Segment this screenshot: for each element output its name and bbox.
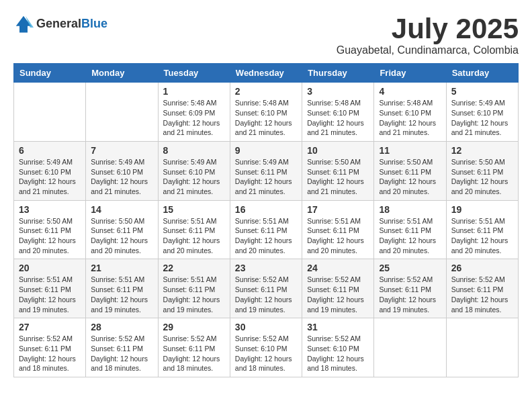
- day-cell: 22Sunrise: 5:51 AM Sunset: 6:11 PM Dayli…: [158, 259, 230, 318]
- day-number: 15: [163, 204, 225, 215]
- day-info: Sunrise: 5:49 AM Sunset: 6:10 PM Dayligh…: [91, 157, 152, 197]
- day-cell: 31Sunrise: 5:52 AM Sunset: 6:10 PM Dayli…: [302, 318, 374, 377]
- day-number: 22: [163, 263, 225, 273]
- weekday-header-friday: Friday: [374, 64, 446, 83]
- day-cell: 30Sunrise: 5:52 AM Sunset: 6:10 PM Dayli…: [230, 318, 302, 377]
- weekday-header-monday: Monday: [86, 64, 158, 83]
- day-info: Sunrise: 5:49 AM Sunset: 6:10 PM Dayligh…: [19, 157, 81, 197]
- day-cell: 11Sunrise: 5:50 AM Sunset: 6:11 PM Dayli…: [374, 141, 446, 200]
- calendar-table: SundayMondayTuesdayWednesdayThursdayFrid…: [13, 63, 519, 377]
- day-info: Sunrise: 5:52 AM Sunset: 6:10 PM Dayligh…: [235, 334, 297, 373]
- day-cell: 5Sunrise: 5:49 AM Sunset: 6:10 PM Daylig…: [446, 83, 518, 142]
- day-info: Sunrise: 5:52 AM Sunset: 6:11 PM Dayligh…: [235, 275, 297, 314]
- weekday-header-sunday: Sunday: [14, 64, 86, 83]
- day-cell: [14, 83, 86, 142]
- day-number: 29: [163, 322, 225, 332]
- day-cell: 3Sunrise: 5:48 AM Sunset: 6:10 PM Daylig…: [302, 83, 374, 142]
- day-number: 28: [91, 322, 152, 332]
- weekday-header-wednesday: Wednesday: [230, 64, 302, 83]
- day-cell: 19Sunrise: 5:51 AM Sunset: 6:11 PM Dayli…: [446, 200, 518, 259]
- location-title: Guayabetal, Cundinamarca, Colombia: [337, 44, 519, 56]
- day-number: 16: [235, 204, 297, 215]
- day-info: Sunrise: 5:51 AM Sunset: 6:11 PM Dayligh…: [19, 275, 81, 314]
- day-cell: 18Sunrise: 5:51 AM Sunset: 6:11 PM Dayli…: [374, 200, 446, 259]
- week-row-1: 1Sunrise: 5:48 AM Sunset: 6:09 PM Daylig…: [14, 83, 519, 142]
- week-row-5: 27Sunrise: 5:52 AM Sunset: 6:11 PM Dayli…: [14, 318, 519, 377]
- day-info: Sunrise: 5:52 AM Sunset: 6:11 PM Dayligh…: [307, 275, 369, 314]
- day-number: 7: [91, 145, 152, 156]
- day-number: 9: [235, 145, 297, 156]
- day-number: 14: [91, 204, 152, 215]
- day-number: 26: [451, 263, 513, 273]
- day-cell: 8Sunrise: 5:49 AM Sunset: 6:10 PM Daylig…: [158, 141, 230, 200]
- day-number: 21: [91, 263, 152, 273]
- day-number: 19: [451, 204, 513, 215]
- day-info: Sunrise: 5:51 AM Sunset: 6:11 PM Dayligh…: [91, 275, 152, 314]
- day-cell: 17Sunrise: 5:51 AM Sunset: 6:11 PM Dayli…: [302, 200, 374, 259]
- day-info: Sunrise: 5:48 AM Sunset: 6:10 PM Dayligh…: [379, 98, 441, 138]
- day-cell: 23Sunrise: 5:52 AM Sunset: 6:11 PM Dayli…: [230, 259, 302, 318]
- day-info: Sunrise: 5:50 AM Sunset: 6:11 PM Dayligh…: [307, 157, 369, 197]
- day-cell: [374, 318, 446, 377]
- day-cell: [446, 318, 518, 377]
- day-cell: 2Sunrise: 5:48 AM Sunset: 6:10 PM Daylig…: [230, 83, 302, 142]
- day-number: 31: [307, 322, 369, 332]
- title-area: July 2025 Guayabetal, Cundinamarca, Colo…: [337, 13, 519, 56]
- day-cell: 25Sunrise: 5:52 AM Sunset: 6:11 PM Dayli…: [374, 259, 446, 318]
- day-number: 20: [19, 263, 81, 273]
- day-cell: 14Sunrise: 5:50 AM Sunset: 6:11 PM Dayli…: [86, 200, 158, 259]
- week-row-4: 20Sunrise: 5:51 AM Sunset: 6:11 PM Dayli…: [14, 259, 519, 318]
- day-info: Sunrise: 5:51 AM Sunset: 6:11 PM Dayligh…: [163, 216, 225, 256]
- day-cell: 4Sunrise: 5:48 AM Sunset: 6:10 PM Daylig…: [374, 83, 446, 142]
- day-cell: 24Sunrise: 5:52 AM Sunset: 6:11 PM Dayli…: [302, 259, 374, 318]
- day-cell: 12Sunrise: 5:50 AM Sunset: 6:11 PM Dayli…: [446, 141, 518, 200]
- day-info: Sunrise: 5:50 AM Sunset: 6:11 PM Dayligh…: [19, 216, 81, 256]
- day-info: Sunrise: 5:49 AM Sunset: 6:10 PM Dayligh…: [163, 157, 225, 197]
- day-cell: 28Sunrise: 5:52 AM Sunset: 6:11 PM Dayli…: [86, 318, 158, 377]
- day-number: 1: [163, 86, 225, 97]
- day-number: 2: [235, 86, 297, 97]
- day-info: Sunrise: 5:51 AM Sunset: 6:11 PM Dayligh…: [163, 275, 225, 314]
- day-number: 6: [19, 145, 81, 156]
- day-info: Sunrise: 5:52 AM Sunset: 6:10 PM Dayligh…: [307, 334, 369, 373]
- day-info: Sunrise: 5:49 AM Sunset: 6:10 PM Dayligh…: [451, 98, 513, 138]
- day-number: 12: [451, 145, 513, 156]
- day-cell: 20Sunrise: 5:51 AM Sunset: 6:11 PM Dayli…: [14, 259, 86, 318]
- day-cell: 1Sunrise: 5:48 AM Sunset: 6:09 PM Daylig…: [158, 83, 230, 142]
- day-info: Sunrise: 5:52 AM Sunset: 6:11 PM Dayligh…: [19, 334, 81, 373]
- day-cell: [86, 83, 158, 142]
- day-cell: 26Sunrise: 5:52 AM Sunset: 6:11 PM Dayli…: [446, 259, 518, 318]
- day-info: Sunrise: 5:52 AM Sunset: 6:11 PM Dayligh…: [91, 334, 152, 373]
- day-cell: 27Sunrise: 5:52 AM Sunset: 6:11 PM Dayli…: [14, 318, 86, 377]
- day-info: Sunrise: 5:50 AM Sunset: 6:11 PM Dayligh…: [451, 157, 513, 197]
- day-info: Sunrise: 5:49 AM Sunset: 6:11 PM Dayligh…: [235, 157, 297, 197]
- day-info: Sunrise: 5:52 AM Sunset: 6:11 PM Dayligh…: [379, 275, 441, 314]
- week-row-2: 6Sunrise: 5:49 AM Sunset: 6:10 PM Daylig…: [14, 141, 519, 200]
- logo-text: GeneralBlue: [36, 17, 107, 31]
- day-cell: 7Sunrise: 5:49 AM Sunset: 6:10 PM Daylig…: [86, 141, 158, 200]
- day-info: Sunrise: 5:50 AM Sunset: 6:11 PM Dayligh…: [91, 216, 152, 256]
- day-number: 27: [19, 322, 81, 332]
- day-info: Sunrise: 5:48 AM Sunset: 6:10 PM Dayligh…: [235, 98, 297, 138]
- day-info: Sunrise: 5:52 AM Sunset: 6:11 PM Dayligh…: [163, 334, 225, 373]
- day-number: 4: [379, 86, 441, 97]
- day-number: 8: [163, 145, 225, 156]
- day-number: 23: [235, 263, 297, 273]
- day-info: Sunrise: 5:48 AM Sunset: 6:09 PM Dayligh…: [163, 98, 225, 138]
- weekday-header-tuesday: Tuesday: [158, 64, 230, 83]
- day-number: 11: [379, 145, 441, 156]
- day-number: 13: [19, 204, 81, 215]
- day-cell: 10Sunrise: 5:50 AM Sunset: 6:11 PM Dayli…: [302, 141, 374, 200]
- day-cell: 21Sunrise: 5:51 AM Sunset: 6:11 PM Dayli…: [86, 259, 158, 318]
- day-cell: 6Sunrise: 5:49 AM Sunset: 6:10 PM Daylig…: [14, 141, 86, 200]
- day-number: 30: [235, 322, 297, 332]
- day-number: 25: [379, 263, 441, 273]
- day-cell: 9Sunrise: 5:49 AM Sunset: 6:11 PM Daylig…: [230, 141, 302, 200]
- logo-icon: [13, 13, 34, 34]
- day-number: 17: [307, 204, 369, 215]
- day-info: Sunrise: 5:51 AM Sunset: 6:11 PM Dayligh…: [451, 216, 513, 256]
- day-cell: 29Sunrise: 5:52 AM Sunset: 6:11 PM Dayli…: [158, 318, 230, 377]
- day-cell: 13Sunrise: 5:50 AM Sunset: 6:11 PM Dayli…: [14, 200, 86, 259]
- day-cell: 15Sunrise: 5:51 AM Sunset: 6:11 PM Dayli…: [158, 200, 230, 259]
- page-header: GeneralBlue July 2025 Guayabetal, Cundin…: [13, 13, 519, 56]
